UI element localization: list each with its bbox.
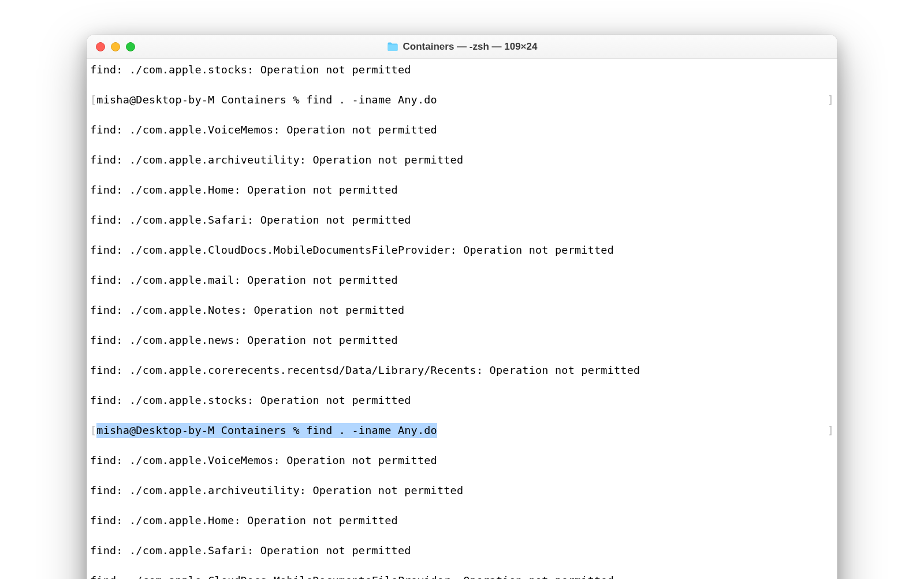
terminal-output-line: find: ./com.apple.CloudDocs.MobileDocume… — [90, 243, 834, 258]
terminal-output-line: find: ./com.apple.Safari: Operation not … — [90, 213, 834, 228]
terminal-output-line: find: ./com.apple.archiveutility: Operat… — [90, 153, 834, 168]
terminal-output-line: find: ./com.apple.VoiceMemos: Operation … — [90, 453, 834, 468]
bracket-open: [ — [90, 424, 96, 436]
prompt-and-command: misha@Desktop-by-M Containers % find . -… — [96, 423, 437, 438]
bracket-close: ] — [828, 423, 834, 438]
maximize-button[interactable] — [126, 42, 135, 51]
terminal-output-line: find: ./com.apple.Notes: Operation not p… — [90, 303, 834, 318]
terminal-output-line: find: ./com.apple.corerecents.recentsd/D… — [90, 363, 834, 378]
terminal-output-line: find: ./com.apple.news: Operation not pe… — [90, 333, 834, 348]
terminal-output-line: find: ./com.apple.CloudDocs.MobileDocume… — [90, 573, 834, 579]
terminal-output-line: find: ./com.apple.VoiceMemos: Operation … — [90, 123, 834, 138]
terminal-output-line: find: ./com.apple.stocks: Operation not … — [90, 393, 834, 408]
prompt-and-command: misha@Desktop-by-M Containers % find . -… — [96, 94, 437, 106]
terminal-output-line: find: ./com.apple.Home: Operation not pe… — [90, 183, 834, 198]
terminal-output-line: find: ./com.apple.archiveutility: Operat… — [90, 483, 834, 498]
close-button[interactable] — [96, 42, 105, 51]
bracket-open: [ — [90, 94, 96, 106]
minimize-button[interactable] — [111, 42, 120, 51]
terminal-window: Containers — -zsh — 109×24 find: ./com.a… — [87, 35, 837, 579]
terminal-prompt-line: [misha@Desktop-by-M Containers % find . … — [90, 423, 834, 438]
window-title-text: Containers — -zsh — 109×24 — [403, 41, 538, 53]
terminal-output-line: find: ./com.apple.stocks: Operation not … — [90, 62, 834, 77]
terminal-output-line: find: ./com.apple.mail: Operation not pe… — [90, 273, 834, 288]
window-titlebar: Containers — -zsh — 109×24 — [87, 35, 837, 59]
window-title: Containers — -zsh — 109×24 — [96, 41, 828, 53]
terminal-output-line: find: ./com.apple.Home: Operation not pe… — [90, 513, 834, 528]
terminal-output-line: find: ./com.apple.Safari: Operation not … — [90, 543, 834, 558]
traffic-lights — [96, 42, 135, 51]
terminal-output-area[interactable]: find: ./com.apple.stocks: Operation not … — [87, 59, 837, 579]
folder-icon — [387, 42, 398, 51]
terminal-prompt-line: [misha@Desktop-by-M Containers % find . … — [90, 92, 834, 107]
bracket-close: ] — [828, 92, 834, 107]
